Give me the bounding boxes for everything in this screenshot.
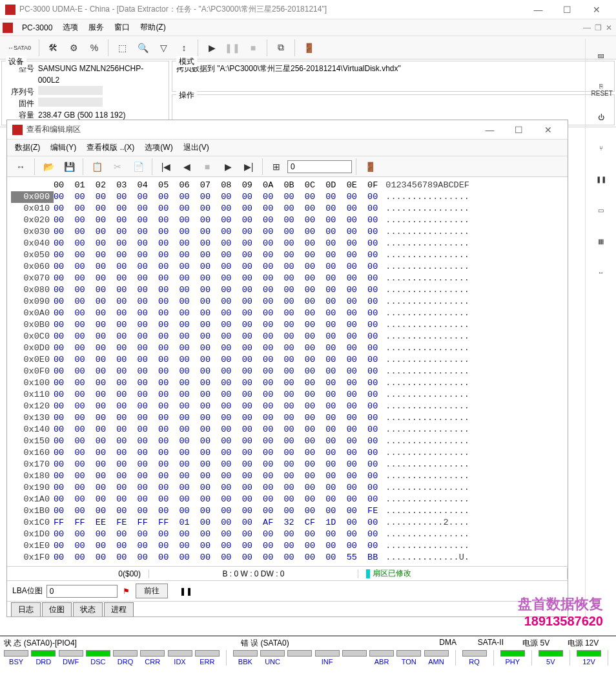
hex-ascii[interactable]: ................	[385, 389, 469, 401]
rail-fork-icon[interactable]: ⑂	[591, 145, 611, 164]
hex-row[interactable]: 0x0A000 00 00 00 00 00 00 00 00 00 00 00…	[11, 308, 564, 319]
mdi-minimize-button[interactable]: —	[583, 23, 591, 32]
hex-ascii[interactable]: ................	[385, 249, 469, 261]
hex-bytes[interactable]: 00 00 00 00 00 00 00 00 00 00 00 00 00 0…	[54, 261, 378, 273]
hex-ascii[interactable]: ................	[385, 377, 469, 389]
tool-icon-2[interactable]: ↕	[174, 38, 194, 58]
tab-bitmap[interactable]: 位图	[42, 602, 72, 616]
hex-row[interactable]: 0x1E000 00 00 00 00 00 00 00 00 00 00 00…	[11, 540, 564, 552]
hex-bytes[interactable]: 00 00 00 00 00 00 00 00 00 00 00 00 00 0…	[54, 529, 378, 540]
menu-options[interactable]: 选项	[57, 22, 83, 33]
hex-bytes[interactable]: 00 00 00 00 00 00 00 00 00 00 00 00 00 0…	[54, 436, 378, 447]
hex-exit-icon[interactable]: 🚪	[360, 157, 380, 176]
hex-ascii[interactable]: ................	[385, 436, 469, 447]
hex-row[interactable]: 0x1D000 00 00 00 00 00 00 00 00 00 00 00…	[11, 529, 564, 540]
hex-ascii[interactable]: ................	[385, 191, 469, 203]
hex-row[interactable]: 0x19000 00 00 00 00 00 00 00 00 00 00 00…	[11, 482, 564, 494]
hex-paste-icon[interactable]: 📄	[128, 157, 148, 176]
hex-ascii[interactable]: ................	[385, 482, 469, 494]
hex-bytes[interactable]: 00 00 00 00 00 00 00 00 00 00 00 00 00 0…	[54, 319, 378, 331]
hex-row[interactable]: 0x15000 00 00 00 00 00 00 00 00 00 00 00…	[11, 436, 564, 447]
hex-menu-options[interactable]: 选项(W)	[139, 142, 178, 153]
hex-viewer[interactable]: 00 01 02 03 04 05 06 07 08 09 0A 0B 0C 0…	[7, 177, 568, 566]
hex-bytes[interactable]: 00 00 00 00 00 00 00 00 00 00 00 00 00 0…	[54, 470, 378, 482]
hex-row[interactable]: 0x02000 00 00 00 00 00 00 00 00 00 00 00…	[11, 215, 564, 226]
hex-row[interactable]: 0x18000 00 00 00 00 00 00 00 00 00 00 00…	[11, 470, 564, 482]
mdi-close-button[interactable]: ✕	[606, 23, 612, 32]
play-button[interactable]: ▶	[202, 38, 221, 58]
hex-row[interactable]: 0x1B000 00 00 00 00 00 00 00 00 00 00 00…	[11, 505, 564, 517]
hex-bytes[interactable]: 00 00 00 00 00 00 00 00 00 00 00 00 00 0…	[54, 377, 378, 389]
percent-icon[interactable]: %	[85, 38, 104, 58]
hex-ascii[interactable]: ................	[385, 296, 469, 308]
hex-next-icon[interactable]: ▶	[218, 157, 238, 176]
tools-icon[interactable]: 🛠	[43, 38, 63, 58]
hex-ascii[interactable]: ................	[385, 261, 469, 273]
hex-row[interactable]: 0x06000 00 00 00 00 00 00 00 00 00 00 00…	[11, 261, 564, 273]
hex-ascii[interactable]: ................	[385, 354, 469, 366]
hex-ascii[interactable]: ................	[385, 238, 469, 249]
lba-flag-icon[interactable]: ⚑	[121, 587, 132, 596]
exit-icon[interactable]: 🚪	[299, 38, 318, 58]
hex-menu-data[interactable]: 数据(Z)	[10, 142, 45, 153]
rail-stack-icon[interactable]: ▦	[591, 238, 611, 257]
hex-minimize-button[interactable]: —	[475, 121, 504, 139]
hex-bytes[interactable]: 00 00 00 00 00 00 00 00 00 00 00 00 00 0…	[54, 331, 378, 342]
hex-row[interactable]: 0x09000 00 00 00 00 00 00 00 00 00 00 00…	[11, 296, 564, 308]
menu-services[interactable]: 服务	[83, 22, 109, 33]
hex-last-icon[interactable]: ▶|	[239, 157, 258, 176]
hex-row[interactable]: 0x10000 00 00 00 00 00 00 00 00 00 00 00…	[11, 377, 564, 389]
hex-bytes[interactable]: 00 00 00 00 00 00 00 00 00 00 00 00 00 0…	[54, 215, 378, 226]
hex-row[interactable]: 0x1C0FF FF EE FE FF FF 01 00 00 00 AF 32…	[11, 517, 564, 529]
hex-row[interactable]: 0x04000 00 00 00 00 00 00 00 00 00 00 00…	[11, 238, 564, 249]
hex-row[interactable]: 0x08000 00 00 00 00 00 00 00 00 00 00 00…	[11, 284, 564, 296]
rail-power-icon[interactable]: ⏻	[591, 114, 611, 133]
hex-ascii[interactable]: ................	[385, 540, 469, 552]
rail-reset-icon[interactable]: ⎘RESET	[591, 83, 611, 102]
mdi-restore-button[interactable]: ❐	[595, 23, 602, 32]
hex-position-input[interactable]	[287, 160, 352, 173]
tab-process[interactable]: 进程	[104, 602, 134, 616]
lba-go-button[interactable]: 前往	[136, 584, 168, 598]
hex-ascii[interactable]: ................	[385, 424, 469, 436]
hex-ascii[interactable]: ................	[385, 366, 469, 377]
hex-save-icon[interactable]: 💾	[59, 157, 79, 176]
rail-layers-icon[interactable]: ▭	[591, 207, 611, 226]
hex-bytes[interactable]: 00 00 00 00 00 00 00 00 00 00 00 00 00 0…	[54, 494, 378, 505]
hex-row[interactable]: 0x0D000 00 00 00 00 00 00 00 00 00 00 00…	[11, 342, 564, 354]
hex-row[interactable]: 0x0C000 00 00 00 00 00 00 00 00 00 00 00…	[11, 331, 564, 342]
hex-ascii[interactable]: ................	[385, 470, 469, 482]
hex-close-button[interactable]: ✕	[533, 121, 562, 139]
hex-row[interactable]: 0x0B000 00 00 00 00 00 00 00 00 00 00 00…	[11, 319, 564, 331]
hex-ascii[interactable]: ................	[385, 401, 469, 412]
menu-help[interactable]: 帮助(Z)	[135, 22, 170, 33]
hex-maximize-button[interactable]: ☐	[504, 121, 533, 139]
hex-row[interactable]: 0x0F000 00 00 00 00 00 00 00 00 00 00 00…	[11, 366, 564, 377]
hex-ascii[interactable]: ................	[385, 529, 469, 540]
tab-status[interactable]: 状态	[73, 602, 103, 616]
tool-icon-1[interactable]: ⬚	[112, 38, 132, 58]
hex-bytes[interactable]: 00 00 00 00 00 00 00 00 00 00 00 00 00 0…	[54, 308, 378, 319]
hex-row[interactable]: 0x11000 00 00 00 00 00 00 00 00 00 00 00…	[11, 389, 564, 401]
filter-icon[interactable]: ▽	[154, 38, 173, 58]
hex-bytes[interactable]: 00 00 00 00 00 00 00 00 00 00 00 00 00 0…	[54, 203, 378, 215]
hex-ascii[interactable]: ................	[385, 226, 469, 238]
minimize-button[interactable]: —	[524, 1, 553, 19]
close-button[interactable]: ✕	[582, 1, 611, 19]
hex-cut-icon[interactable]: ✂	[108, 157, 127, 176]
hex-bytes[interactable]: 00 00 00 00 00 00 00 00 00 00 00 00 00 0…	[54, 459, 378, 470]
hex-bytes[interactable]: 00 00 00 00 00 00 00 00 00 00 00 00 00 0…	[54, 401, 378, 412]
hex-row[interactable]: 0x17000 00 00 00 00 00 00 00 00 00 00 00…	[11, 459, 564, 470]
hex-ascii[interactable]: ................	[385, 447, 469, 459]
rail-pause-icon[interactable]: ❚❚	[591, 176, 611, 195]
hex-row[interactable]: 0x1F000 00 00 00 00 00 00 00 00 00 00 00…	[11, 552, 564, 563]
rail-connector-icon[interactable]: ↔	[591, 269, 611, 288]
hex-row[interactable]: 0x12000 00 00 00 00 00 00 00 00 00 00 00…	[11, 401, 564, 412]
settings-icon[interactable]: ⚙	[64, 38, 83, 58]
hex-row[interactable]: 0x1A000 00 00 00 00 00 00 00 00 00 00 00…	[11, 494, 564, 505]
hex-row[interactable]: 0x01000 00 00 00 00 00 00 00 00 00 00 00…	[11, 203, 564, 215]
hex-bytes[interactable]: 00 00 00 00 00 00 00 00 00 00 00 00 00 0…	[54, 191, 378, 203]
hex-ascii[interactable]: ................	[385, 331, 469, 342]
hex-ascii[interactable]: ...........2....	[385, 517, 469, 529]
hex-ascii[interactable]: ................	[385, 342, 469, 354]
